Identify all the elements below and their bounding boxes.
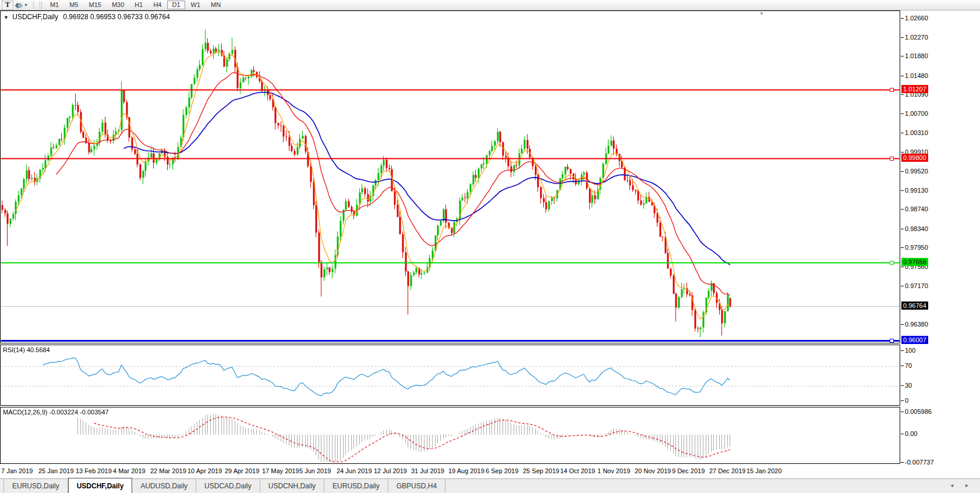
timeframe-button-m15[interactable]: M15 bbox=[84, 1, 106, 9]
chart-title: ▼ USDCHF,Daily 0.96928 0.96953 0.96733 0… bbox=[3, 13, 170, 21]
timeframe-button-mn[interactable]: MN bbox=[206, 1, 225, 9]
chart-tab-usdcad-daily[interactable]: USDCAD,Daily bbox=[196, 479, 260, 493]
date-tick-label: 20 Nov 2019 bbox=[635, 467, 671, 474]
date-tick-label: 9 Dec 2019 bbox=[672, 467, 705, 474]
price-tick-label: 1.00310 bbox=[905, 129, 928, 136]
macd-tick-label: 0.005986 bbox=[905, 408, 932, 415]
price-chart-canvas[interactable] bbox=[1, 11, 900, 343]
date-tick-label: 7 Jan 2019 bbox=[1, 467, 33, 474]
macd-canvas[interactable] bbox=[1, 407, 900, 463]
timeframe-group: M1M5M15M30H1H4D1W1MN bbox=[45, 1, 226, 9]
price-axis[interactable]: 1.026601.022701.018801.014801.010901.007… bbox=[900, 10, 980, 465]
price-tick-label: 1.01480 bbox=[905, 72, 928, 79]
date-tick-label: 22 Mar 2019 bbox=[150, 467, 186, 474]
date-tick-label: 14 Oct 2019 bbox=[560, 467, 595, 474]
date-tick-label: 1 Nov 2019 bbox=[597, 467, 630, 474]
price-tick-label: 0.96380 bbox=[905, 321, 928, 328]
collapse-icon[interactable]: ▼ bbox=[3, 15, 9, 20]
date-tick-label: 12 Jul 2019 bbox=[374, 467, 407, 474]
timeframe-button-h1[interactable]: H1 bbox=[130, 1, 147, 9]
top-toolbar: T ▼ M1M5M15M30H1H4D1W1MN bbox=[0, 0, 980, 10]
macd-indicator-label: MACD(12,26,9) -0.003224 -0.003547 bbox=[3, 409, 109, 416]
rsi-tick-label: 70 bbox=[905, 362, 912, 369]
chart-tab-usdcnh-daily[interactable]: USDCNH,Daily bbox=[260, 479, 324, 493]
hline-price-badge: 0.99800 bbox=[901, 154, 928, 162]
chevron-down-icon: ▼ bbox=[24, 3, 28, 7]
date-tick-label: 13 Feb 2019 bbox=[76, 467, 112, 474]
shift-marker-icon[interactable]: ▼ bbox=[759, 11, 764, 16]
date-tick-label: 19 Aug 2019 bbox=[448, 467, 484, 474]
price-pane[interactable]: ▼ USDCHF,Daily 0.96928 0.96953 0.96733 0… bbox=[0, 10, 900, 343]
timeframe-button-w1[interactable]: W1 bbox=[186, 1, 206, 9]
rsi-tick-label: 0 bbox=[905, 397, 908, 404]
styles-dropdown-button[interactable]: ▼ bbox=[13, 1, 30, 10]
price-tick-label: 1.02270 bbox=[905, 34, 928, 41]
rsi-value: 40.5684 bbox=[27, 346, 50, 353]
current-price-badge: 0.96764 bbox=[901, 302, 928, 310]
rsi-tick-label: 100 bbox=[905, 347, 915, 354]
chart-ohlc-values: 0.96928 0.96953 0.96733 0.96764 bbox=[63, 13, 170, 21]
toolbar-drag-handle[interactable] bbox=[40, 2, 42, 9]
date-axis[interactable]: 7 Jan 201925 Jan 201913 Feb 20194 Mar 20… bbox=[0, 465, 980, 477]
price-tick-label: 0.98740 bbox=[905, 205, 928, 212]
timeframe-button-h4[interactable]: H4 bbox=[148, 1, 166, 9]
price-tick-label: 0.97950 bbox=[905, 244, 928, 251]
price-tick-label: 0.97170 bbox=[905, 282, 928, 289]
date-tick-label: 24 Jun 2019 bbox=[337, 467, 372, 474]
price-tick-label: 0.99130 bbox=[905, 187, 928, 194]
price-tick-label: 1.02660 bbox=[905, 15, 928, 22]
price-tick-label: 0.98340 bbox=[905, 225, 928, 232]
date-tick-label: 29 Apr 2019 bbox=[225, 467, 259, 474]
date-tick-label: 4 Mar 2019 bbox=[113, 467, 146, 474]
timeframe-button-d1[interactable]: D1 bbox=[167, 1, 185, 9]
timeframe-button-m30[interactable]: M30 bbox=[107, 1, 129, 9]
chart-tab-eurusd-daily[interactable]: EURUSD,Daily bbox=[324, 479, 388, 493]
timeframe-button-m1[interactable]: M1 bbox=[45, 1, 63, 9]
rsi-indicator-label: RSI(14) 40.5684 bbox=[3, 346, 50, 353]
chart-tab-usdchf-daily[interactable]: USDCHF,Daily bbox=[68, 478, 133, 493]
price-tick-label: 1.01880 bbox=[905, 52, 928, 59]
chart-window: ▼ USDCHF,Daily 0.96928 0.96953 0.96733 0… bbox=[0, 10, 980, 478]
scroll-right-icon[interactable]: ▸ bbox=[965, 482, 968, 488]
tab-scroll-arrows: ◂ ▸ bbox=[940, 482, 968, 488]
chart-tabs-bar: EURUSD,DailyUSDCHF,DailyAUDUSD,DailyUSDC… bbox=[0, 478, 980, 493]
chart-symbol: USDCHF,Daily bbox=[12, 13, 58, 21]
date-tick-label: 10 Apr 2019 bbox=[187, 467, 222, 474]
macd-pane[interactable]: MACD(12,26,9) -0.003224 -0.003547 bbox=[0, 407, 900, 464]
chart-tab-gbpusd-h4[interactable]: GBPUSD,H4 bbox=[388, 479, 445, 493]
rsi-tick-label: 30 bbox=[905, 382, 912, 389]
date-tick-label: 31 Jul 2019 bbox=[411, 467, 444, 474]
price-tick-label: 1.00700 bbox=[905, 110, 928, 117]
styles-icon bbox=[16, 2, 22, 9]
macd-values: -0.003224 -0.003547 bbox=[49, 409, 108, 416]
scroll-left-icon[interactable]: ◂ bbox=[950, 482, 953, 488]
date-tick-label: 15 Jan 2020 bbox=[747, 467, 782, 474]
rsi-canvas[interactable] bbox=[1, 345, 900, 405]
hline-price-badge: 1.01207 bbox=[901, 85, 928, 93]
chart-tab-audusd-daily[interactable]: AUDUSD,Daily bbox=[132, 479, 196, 493]
timeframe-button-m5[interactable]: M5 bbox=[65, 1, 83, 9]
date-tick-label: 25 Jan 2019 bbox=[38, 467, 74, 474]
hline-price-badge: 0.97658 bbox=[901, 258, 928, 266]
rsi-pane[interactable]: RSI(14) 40.5684 bbox=[0, 345, 900, 406]
toolbar-separator bbox=[33, 1, 34, 9]
date-tick-label: 6 Sep 2019 bbox=[486, 467, 518, 474]
date-tick-label: 25 Sep 2019 bbox=[523, 467, 559, 474]
chart-tab-eurusd-daily[interactable]: EURUSD,Daily bbox=[3, 479, 68, 493]
date-tick-label: 5 Jun 2019 bbox=[299, 467, 331, 474]
price-tick-label: 0.99520 bbox=[905, 168, 928, 175]
macd-tick-label: 0.00 bbox=[905, 430, 917, 437]
date-tick-label: 17 May 2019 bbox=[262, 467, 299, 474]
text-tool-button[interactable]: T bbox=[2, 1, 13, 10]
date-tick-label: 27 Dec 2019 bbox=[709, 467, 745, 474]
hline-price-badge: 0.96007 bbox=[901, 336, 928, 344]
